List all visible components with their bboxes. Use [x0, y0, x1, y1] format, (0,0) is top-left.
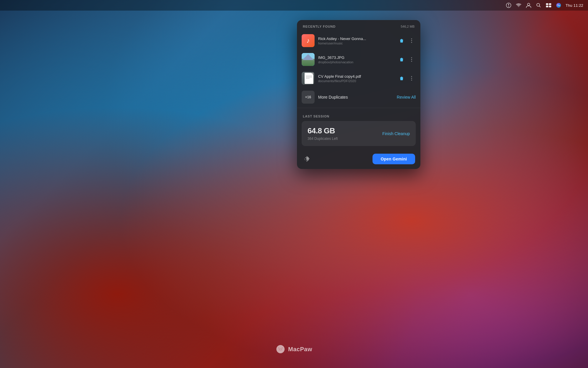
more-music-button[interactable] [407, 37, 416, 45]
macpaw-brand-name: MacPaw [288, 346, 312, 353]
delete-pdf-button[interactable] [397, 74, 406, 82]
control-center-icon[interactable] [546, 2, 552, 8]
svg-rect-6 [549, 6, 551, 7]
macpaw-logo-icon [276, 344, 285, 354]
svg-point-8 [411, 39, 412, 39]
macpaw-branding: MacPaw [276, 344, 312, 354]
more-photo-button[interactable] [407, 55, 416, 64]
file-info-music: Rick Astley - Never Gonna... home/user/m… [318, 37, 394, 45]
svg-point-19 [282, 347, 283, 349]
last-session-header: LAST SESSION [302, 113, 416, 121]
file-thumbnail-photo [302, 53, 315, 66]
section-divider [297, 108, 420, 108]
svg-point-11 [411, 57, 412, 58]
file-thumbnail-pdf [302, 72, 315, 85]
siri-menubar-icon[interactable] [556, 2, 562, 8]
file-item-photo: IMG_3673.JPG dropbox/photos/vacation [297, 50, 420, 69]
wifi-menubar-icon[interactable] [516, 2, 522, 8]
search-menubar-icon[interactable] [536, 2, 542, 8]
more-duplicates-badge: +16 [302, 91, 315, 104]
pdf-page-icon [305, 73, 313, 84]
session-size: 64.8 GB [308, 126, 338, 135]
file-item-music: ♪ Rick Astley - Never Gonna... home/user… [297, 31, 420, 50]
mountain-peak-icon [302, 54, 314, 60]
file-info-photo: IMG_3673.JPG dropbox/photos/vacation [318, 55, 394, 64]
file-name-pdf: CV Apple Final copy4.pdf [318, 74, 394, 79]
photo-scene [302, 53, 315, 66]
file-path-pdf: documents/files/PDF/2020 [318, 79, 394, 83]
menubar: Thu 11:22 [0, 0, 588, 11]
more-duplicates-label: More Duplicates [318, 95, 393, 100]
svg-point-14 [411, 76, 412, 77]
review-all-button[interactable]: Review All [397, 95, 416, 100]
file-name-photo: IMG_3673.JPG [318, 55, 394, 60]
svg-point-18 [278, 347, 279, 349]
last-session-section: LAST SESSION 64.8 GB 364 Duplicates Left… [297, 109, 420, 150]
session-info: 64.8 GB 364 Duplicates Left [308, 126, 338, 141]
file-name-music: Rick Astley - Never Gonna... [318, 37, 394, 41]
music-note-icon: ♪ [307, 37, 310, 44]
svg-point-15 [411, 78, 412, 79]
open-gemini-button[interactable]: Open Gemini [372, 154, 415, 164]
finish-cleanup-button[interactable]: Finish Cleanup [382, 131, 410, 136]
file-thumbnail-music: ♪ [302, 34, 315, 47]
svg-point-1 [527, 3, 530, 6]
svg-point-13 [411, 61, 412, 62]
delete-photo-button[interactable] [397, 55, 406, 64]
user-menubar-icon[interactable] [526, 2, 532, 8]
svg-rect-3 [546, 3, 548, 5]
settings-button[interactable] [302, 154, 312, 164]
file-actions-pdf [397, 74, 416, 82]
svg-point-17 [280, 346, 281, 348]
svg-point-16 [411, 80, 412, 81]
recently-found-title: RECENTLY FOUND [303, 25, 335, 28]
svg-point-20 [279, 349, 282, 352]
recently-found-header: RECENTLY FOUND 546,2 MB [297, 20, 420, 31]
svg-rect-4 [549, 3, 551, 5]
file-path-music: home/user/music [318, 42, 394, 45]
delete-music-button[interactable] [397, 37, 406, 45]
menubar-icons [506, 2, 562, 8]
popup-footer: Open Gemini [297, 150, 420, 169]
last-session-title: LAST SESSION [303, 115, 329, 118]
recently-found-size: 546,2 MB [401, 25, 415, 28]
gemini-popup-panel: RECENTLY FOUND 546,2 MB ♪ Rick Astley - … [297, 20, 420, 169]
desktop-background [0, 0, 588, 368]
session-detail: 364 Duplicates Left [308, 137, 338, 141]
session-card: 64.8 GB 364 Duplicates Left Finish Clean… [302, 121, 416, 146]
more-pdf-button[interactable] [407, 74, 416, 82]
file-path-photo: dropbox/photos/vacation [318, 60, 394, 64]
menubar-time: Thu 11:22 [566, 3, 583, 8]
svg-point-12 [411, 59, 412, 60]
more-duplicates-row: +16 More Duplicates Review All [297, 88, 420, 107]
svg-point-9 [411, 40, 412, 41]
gemini-menubar-icon[interactable] [506, 2, 512, 8]
file-info-pdf: CV Apple Final copy4.pdf documents/files… [318, 74, 394, 83]
file-actions-music [397, 37, 416, 45]
gear-icon [304, 156, 310, 162]
file-item-pdf: CV Apple Final copy4.pdf documents/files… [297, 69, 420, 88]
svg-point-10 [411, 42, 412, 43]
file-actions-photo [397, 55, 416, 64]
svg-rect-5 [546, 6, 548, 7]
